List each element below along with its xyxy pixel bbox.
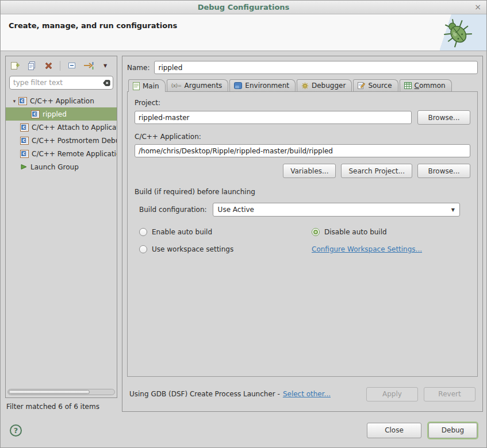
common-tab-icon [404,82,412,89]
tab-common[interactable]: Common [400,79,452,91]
build-section-label: Build (if required) before launching [135,188,470,196]
tab-label: Main [143,82,159,90]
titlebar[interactable]: Debug Configurations × [1,1,486,14]
project-label: Project: [135,99,470,107]
radio-use-workspace-settings[interactable]: Use workspace settings [139,245,312,253]
variables-button[interactable]: Variables... [283,164,336,178]
tab-label: Common [415,82,446,90]
apply-button[interactable]: Apply [366,387,418,401]
filter-configurations-icon[interactable] [83,60,94,71]
tree-item-rippled[interactable]: c rippled [6,107,117,121]
project-input[interactable] [135,111,412,124]
build-configuration-label: Build configuration: [139,206,207,214]
browse-project-button[interactable]: Browse... [417,110,470,125]
debug-bug-icon [439,17,476,50]
tab-source[interactable]: Source [353,79,398,91]
launcher-text: Using GDB (DSF) Create Process Launcher … [129,390,280,398]
launch-group-icon [20,163,28,171]
tree-item-cpp-remote[interactable]: c C/C++ Remote Application [6,147,117,160]
configurations-tree: ▾ c C/C++ Application c rippled c C/C++ … [6,93,117,388]
application-label: C/C++ Application: [135,133,470,141]
tab-main[interactable]: Main [128,79,166,92]
debug-configurations-dialog: Debug Configurations × Create, manage, a… [0,0,487,448]
sidebar: ▼ ▾ c C/C++ Application c [5,56,117,412]
main-tab-icon [133,82,140,90]
tree-item-label: C/C++ Remote Application [32,150,117,158]
tab-label: Source [368,82,392,90]
tab-debugger[interactable]: Debugger [297,79,352,91]
dialog-header-title: Create, manage, and run configurations [9,21,177,30]
toolbar-separator [60,61,60,71]
build-configuration-select[interactable]: Use Active ▼ [213,203,460,217]
tree-item-cpp-postmortem[interactable]: c C/C++ Postmortem Debugger [6,134,117,147]
close-icon[interactable]: × [474,2,481,11]
radio-label: Disable auto build [324,228,387,236]
dialog-header: Create, manage, and run configurations [1,14,486,51]
build-configuration-row: Build configuration: Use Active ▼ [135,203,470,217]
tree-item-launch-group[interactable]: Launch Group [6,160,117,173]
select-other-launcher-link[interactable]: Select other... [283,390,331,398]
revert-button[interactable]: Revert [424,387,476,401]
tree-item-cpp-attach[interactable]: c C/C++ Attach to Application [6,121,117,134]
c-application-icon: c [31,110,40,118]
tree-item-label: rippled [43,110,67,118]
close-button[interactable]: Close [367,423,421,438]
main-tab-content: Project: Browse... C/C++ Application: Va… [127,91,478,377]
search-project-button[interactable]: Search Project... [341,164,412,178]
toolbar-menu-dropdown-icon[interactable]: ▼ [100,60,110,71]
tab-label: Debugger [312,82,346,90]
tree-item-label: C/C++ Attach to Application [32,123,117,132]
tree-item-label: C/C++ Application [30,97,94,105]
debug-button[interactable]: Debug [428,423,477,438]
filter-input[interactable] [13,79,100,87]
application-buttons-row: Variables... Search Project... Browse... [135,164,470,178]
chevron-expanded-icon[interactable]: ▾ [10,98,18,104]
radio-label: Use workspace settings [152,245,233,253]
horizontal-scrollbar[interactable] [7,389,115,395]
configurations-toolbar: ▼ [6,56,117,75]
filter-box [9,76,113,90]
radio-unchecked-icon [139,228,147,236]
collapse-all-icon[interactable] [67,60,77,71]
application-input[interactable] [135,144,470,157]
radio-checked-icon [312,228,320,236]
tab-label: Arguments [185,82,223,90]
name-row: Name: [127,61,478,74]
name-input[interactable] [154,61,478,74]
delete-configuration-icon[interactable] [43,60,53,71]
radio-disable-auto-build[interactable]: Disable auto build [312,228,470,236]
name-label: Name: [127,64,149,72]
chevron-down-icon: ▼ [451,207,455,213]
source-tab-icon [358,82,365,90]
project-row: Browse... [135,110,470,125]
c-application-icon: c [20,150,29,158]
scrollbar-thumb[interactable] [9,390,90,394]
configure-workspace-settings-link[interactable]: Configure Workspace Settings... [312,245,470,253]
configuration-detail-panel: Name: Main (x)= Arguments Environment [122,56,483,412]
c-application-icon: c [20,123,29,132]
tab-label: Environment [245,82,289,90]
launcher-row: Using GDB (DSF) Create Process Launcher … [127,377,478,411]
tree-item-cpp-application[interactable]: ▾ c C/C++ Application [6,94,117,107]
auto-build-options: Enable auto build Disable auto build Use… [135,228,470,253]
duplicate-configuration-icon[interactable] [26,60,37,71]
browse-application-button[interactable]: Browse... [417,164,470,178]
window-title: Debug Configurations [198,3,290,11]
c-application-icon: c [18,97,27,105]
clear-filter-icon[interactable] [100,78,110,88]
c-application-icon: c [20,137,29,145]
tree-item-label: Launch Group [30,163,79,171]
configurations-panel: ▼ ▾ c C/C++ Application c [5,56,117,398]
debugger-tab-icon [301,82,309,90]
radio-label: Enable auto build [152,228,212,236]
dialog-footer: ? Close Debug [1,412,486,448]
arguments-tab-icon: (x)= [171,83,182,88]
environment-tab-icon [234,82,242,89]
build-configuration-value: Use Active [218,206,451,214]
radio-enable-auto-build[interactable]: Enable auto build [139,228,312,236]
tab-environment[interactable]: Environment [229,79,296,91]
tab-arguments[interactable]: (x)= Arguments [167,79,229,91]
help-icon[interactable]: ? [10,424,22,437]
new-configuration-icon[interactable] [10,60,20,71]
filter-status: Filter matched 6 of 6 items [5,403,117,411]
